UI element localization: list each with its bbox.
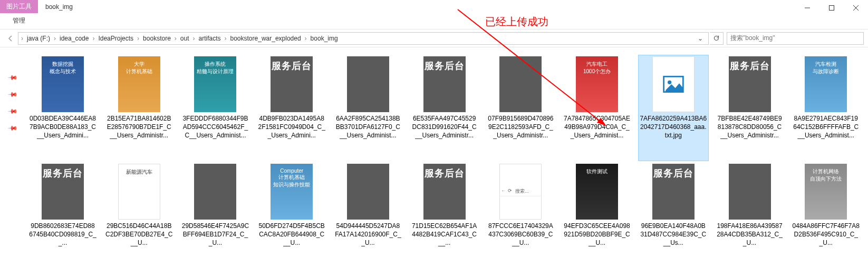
minimize-button[interactable] <box>795 0 819 16</box>
file-item[interactable]: 大学 计算机基础2B15EA71BA814602BE28576790B7DE1F… <box>104 55 175 161</box>
file-thumbnail <box>499 56 542 112</box>
maximize-button[interactable] <box>819 0 844 16</box>
file-thumbnail: 服务后台 <box>271 56 313 112</box>
file-thumbnail <box>729 164 771 220</box>
file-name: 7BFB8E42E48749BE9813878C8DD80056_C__User… <box>716 114 784 140</box>
breadcrumb[interactable]: › java (F:) › idea_code › IdeaProjects ›… <box>18 32 709 45</box>
file-grid[interactable]: 数据挖掘 概念与技术0D03BDEA39C446EA87B9ACB0DE88A1… <box>25 47 868 268</box>
breadcrumb-item[interactable]: artifacts <box>196 35 224 42</box>
file-thumbnail: 汽车检测 与故障诊断 <box>805 56 847 112</box>
file-name: 8A9E2791AEC843F1964C152B6FFFFAFB_C__User… <box>792 114 860 140</box>
file-thumbnail: 大学 计算机基础 <box>118 56 160 112</box>
file-name: 50D6FD274D5F4B5CBCAC8A20FB644908_C__U... <box>258 222 325 247</box>
file-name: 29BC516D46C44A18BC2DF3BE70DB27E4_C__U... <box>105 222 173 247</box>
content-area: 📌 📌 📌 📌 数据挖掘 概念与技术0D03BDEA39C446EA87B9AC… <box>0 47 868 268</box>
address-bar: › java (F:) › idea_code › IdeaProjects ›… <box>0 29 868 47</box>
file-item[interactable]: 汽车检测 与故障诊断8A9E2791AEC843F1964C152B6FFFFA… <box>790 55 861 161</box>
ribbon-contextual-tab[interactable]: 图片工具 <box>0 0 38 13</box>
nav-back-button[interactable] <box>4 32 17 45</box>
breadcrumb-item[interactable]: idea_code <box>56 35 92 42</box>
file-item[interactable]: 数据挖掘 概念与技术0D03BDEA39C446EA87B9ACB0DE88A1… <box>27 55 98 161</box>
svg-point-5 <box>668 81 671 84</box>
breadcrumb-item[interactable]: IdeaProjects <box>95 35 137 42</box>
window-title: book_img <box>38 0 80 14</box>
file-name: 87FCCC6E17404329A437C3069BC60B39_C__U... <box>487 222 554 247</box>
file-item[interactable]: 29D58546E4F7425A9CBFF694EB1D7F24_C__U... <box>180 162 250 269</box>
breadcrumb-item[interactable]: bookstore <box>140 35 174 42</box>
search-input[interactable]: 搜索"book_img" <box>727 32 864 45</box>
file-name: 0D03BDEA39C446EA87B9ACB0DE88A183_C__User… <box>29 114 97 140</box>
file-name: 6AA2F895CA254138BBB3701DFA6127F0_C__User… <box>334 114 402 140</box>
file-item[interactable]: 服务后台71D15EC62B654AF1A4482B419CAF1C43_C__… <box>409 162 480 269</box>
breadcrumb-item[interactable]: out <box>177 35 192 42</box>
ribbon-tab-group: 图片工具 管理 <box>0 0 38 28</box>
file-item[interactable]: 服务后台96E9B0EA140F48A0B31D487CC984E39C_C__… <box>638 162 709 269</box>
file-item[interactable]: 7AFA8620259A413BA62042717D460368_aaa.txt… <box>638 55 709 161</box>
file-name: 54D944445D5247DA8FA17A142016900F_C__U... <box>334 222 402 247</box>
chevron-down-icon[interactable]: ⌄ <box>695 35 706 42</box>
file-item[interactable]: 新能源汽车29BC516D46C44A18BC2DF3BE70DB27E4_C_… <box>104 162 175 269</box>
file-name: 96E9B0EA140F48A0B31D487CC984E39C_C__Us..… <box>640 222 707 247</box>
file-thumbnail: 操作系统 精髓与设计原理 <box>194 56 236 112</box>
file-thumbnail: 服务后台 <box>652 164 695 220</box>
file-name: 71D15EC62B654AF1A4482B419CAF1C43_C__... <box>411 222 478 247</box>
file-item[interactable]: 07F9B915689D4708969E2C1182593AFD_C__User… <box>485 55 556 161</box>
file-item[interactable]: 服务后台9DB8602683E74ED886745B40CD098819_C__… <box>27 162 98 269</box>
svg-rect-1 <box>830 6 834 11</box>
file-thumbnail <box>194 164 236 220</box>
file-item[interactable]: 服务后台6E535FAA497C45529DC831D991620F44_C__… <box>409 55 480 161</box>
image-icon <box>662 73 685 96</box>
file-item[interactable]: 服务后台7BFB8E42E48749BE9813878C8DD80056_C__… <box>715 55 785 161</box>
file-item[interactable]: 软件测试94EFD3C65CEE4A098921D59BD20BBF9E_C__… <box>562 162 632 269</box>
file-name: 94EFD3C65CEE4A098921D59BD20BBF9E_C__U... <box>563 222 631 247</box>
window-controls <box>795 0 868 16</box>
file-item[interactable]: Computer 计算机基础 知识与操作技能50D6FD274D5F4B5CBC… <box>256 162 327 269</box>
file-name: 3FEDDDF6880344F9BAD594CCC6045462F_C__Use… <box>181 114 249 140</box>
search-placeholder: 搜索"book_img" <box>730 34 775 43</box>
file-name: 4DB9FB023DA1495A82F1581FC0949D04_C__User… <box>258 114 325 140</box>
file-thumbnail: 服务后台 <box>729 56 771 112</box>
file-item[interactable]: 服务后台4DB9FB023DA1495A82F1581FC0949D04_C__… <box>256 55 327 161</box>
file-thumbnail: 服务后台 <box>42 164 84 220</box>
breadcrumb-item[interactable]: book_img <box>307 35 341 42</box>
file-item[interactable]: 198FA418E86A43958728A4CDB35BA312_C__U... <box>715 162 785 269</box>
breadcrumb-item[interactable]: java (F:) <box>24 35 53 42</box>
breadcrumb-item[interactable]: bookstore_war_exploded <box>227 35 304 42</box>
file-thumbnail: Computer 计算机基础 知识与操作技能 <box>271 164 313 220</box>
file-name: 198FA418E86A43958728A4CDB35BA312_C__U... <box>716 222 784 247</box>
file-thumbnail: ←⟳搜索... <box>499 164 542 220</box>
file-thumbnail: 汽车电工 1000个怎办 <box>576 56 618 112</box>
file-thumbnail: 计算机网络 自顶向下方法 <box>805 164 847 220</box>
pin-icon[interactable]: 📌 <box>7 106 18 117</box>
file-thumbnail <box>652 56 695 112</box>
file-thumbnail <box>347 56 389 112</box>
file-name: 6E535FAA497C45529DC831D991620F44_C__User… <box>411 114 478 140</box>
file-item[interactable]: 操作系统 精髓与设计原理3FEDDDF6880344F9BAD594CCC604… <box>180 55 250 161</box>
file-item[interactable]: 汽车电工 1000个怎办7A7847865C304705AE49B98A979D… <box>562 55 632 161</box>
file-name: 29D58546E4F7425A9CBFF694EB1D7F24_C__U... <box>181 222 249 247</box>
file-thumbnail <box>347 164 389 220</box>
file-name: 9DB8602683E74ED886745B40CD098819_C__... <box>29 222 97 247</box>
file-name: 7AFA8620259A413BA62042717D460368_aaa.txt… <box>640 114 707 140</box>
pin-icon[interactable]: 📌 <box>7 72 18 83</box>
refresh-button[interactable] <box>710 32 724 45</box>
file-item[interactable]: 计算机网络 自顶向下方法0484A86FFC7F46F7A8D2B536F495… <box>790 162 861 269</box>
file-name: 7A7847865C304705AE49B98A979D4C0A_C__User… <box>563 114 631 140</box>
file-name: 07F9B915689D4708969E2C1182593AFD_C__User… <box>487 114 554 140</box>
file-item[interactable]: ←⟳搜索...87FCCC6E17404329A437C3069BC60B39_… <box>485 162 556 269</box>
file-thumbnail: 服务后台 <box>423 164 466 220</box>
close-button[interactable] <box>844 0 868 16</box>
pin-icon[interactable]: 📌 <box>7 123 18 134</box>
file-thumbnail: 数据挖掘 概念与技术 <box>42 56 84 112</box>
quick-access-bar: 📌 📌 📌 📌 <box>0 47 25 268</box>
file-thumbnail: 服务后台 <box>423 56 466 112</box>
file-item[interactable]: 54D944445D5247DA8FA17A142016900F_C__U... <box>333 162 403 269</box>
file-thumbnail: 软件测试 <box>576 164 618 220</box>
file-name: 2B15EA71BA814602BE28576790B7DE1F_C__User… <box>105 114 173 140</box>
pin-icon[interactable]: 📌 <box>7 89 18 100</box>
file-name: 0484A86FFC7F46F7A8D2B536F495C910_C__U... <box>792 222 860 247</box>
file-item[interactable]: 6AA2F895CA254138BBB3701DFA6127F0_C__User… <box>333 55 403 161</box>
titlebar: 图片工具 管理 book_img <box>0 0 868 29</box>
ribbon-manage-tab[interactable]: 管理 <box>0 13 38 28</box>
file-thumbnail: 新能源汽车 <box>118 164 160 220</box>
